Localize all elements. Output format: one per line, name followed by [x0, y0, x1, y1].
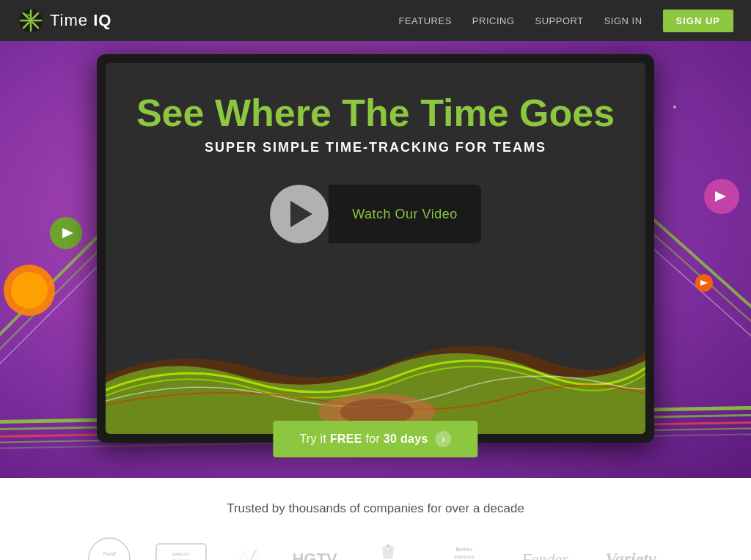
nav-support[interactable]: SUPPORT	[535, 15, 584, 26]
svg-text:HGTV: HGTV	[292, 550, 337, 560]
video-cta-row[interactable]: Watch Our Video	[270, 185, 481, 243]
try-free-text: Try it FREE for 30 days	[299, 432, 428, 446]
brand-meredith: meredith	[362, 537, 414, 560]
monitor-frame: See Where The Time Goes SUPER SIMPLE TIM…	[97, 54, 654, 443]
days-label: 30 days	[384, 432, 428, 445]
free-label: FREE	[330, 432, 362, 445]
brand-nbc: NBC	[231, 537, 268, 560]
logo-area[interactable]: Time IQ	[18, 7, 111, 34]
brand-variety: Variety	[598, 544, 664, 560]
signup-button[interactable]: SIGN UP	[663, 10, 733, 32]
chevron-right-icon: ›	[436, 431, 452, 447]
svg-text:Better: Better	[455, 546, 472, 553]
nav-pricing[interactable]: PRICING	[472, 15, 515, 26]
hero-subheadline: SUPER SIMPLE TIME-TRACKING FOR TEAMS	[205, 140, 546, 155]
hero-headline: See Where The Time Goes	[136, 92, 615, 134]
brand-fender: Fender	[516, 544, 574, 560]
play-icon	[290, 201, 312, 227]
brand-hgtv: HGTV	[291, 544, 339, 560]
nav-signin[interactable]: SIGN IN	[604, 15, 642, 26]
svg-rect-46	[383, 550, 393, 559]
main-header: Time IQ FEATURES PRICING SUPPORT SIGN IN…	[0, 0, 751, 41]
svg-text:food: food	[103, 550, 116, 557]
svg-point-9	[29, 18, 33, 23]
svg-text:Homes: Homes	[455, 553, 475, 560]
brand-logos-row: food network HARLEY DAVIDSON	[15, 537, 736, 560]
logo-text: Time IQ	[50, 11, 111, 30]
monitor-screen: See Where The Time Goes SUPER SIMPLE TIM…	[106, 63, 645, 434]
svg-text:Variety: Variety	[605, 549, 656, 560]
hero-section: See Where The Time Goes SUPER SIMPLE TIM…	[0, 41, 751, 478]
wave-decoration	[106, 317, 645, 434]
try-free-button[interactable]: Try it FREE for 30 days ›	[273, 421, 477, 457]
nav-features[interactable]: FEATURES	[398, 15, 451, 26]
brand-better-homes: Better Homes and Gardens	[437, 537, 492, 560]
svg-text:Fender: Fender	[521, 550, 568, 560]
trusted-section: Trusted by thousands of companies for ov…	[0, 478, 751, 560]
watch-video-label: Watch Our Video	[329, 185, 481, 243]
monitor-outer: See Where The Time Goes SUPER SIMPLE TIM…	[97, 54, 654, 443]
logo-icon	[18, 7, 44, 34]
svg-text:HARLEY: HARLEY	[172, 552, 191, 556]
brand-harley-davidson: HARLEY DAVIDSON	[155, 537, 208, 560]
main-nav: FEATURES PRICING SUPPORT SIGN IN SIGN UP	[398, 10, 733, 32]
play-button[interactable]	[270, 185, 329, 243]
trusted-text: Trusted by thousands of companies for ov…	[15, 501, 736, 516]
brand-food-network: food network	[87, 537, 131, 560]
